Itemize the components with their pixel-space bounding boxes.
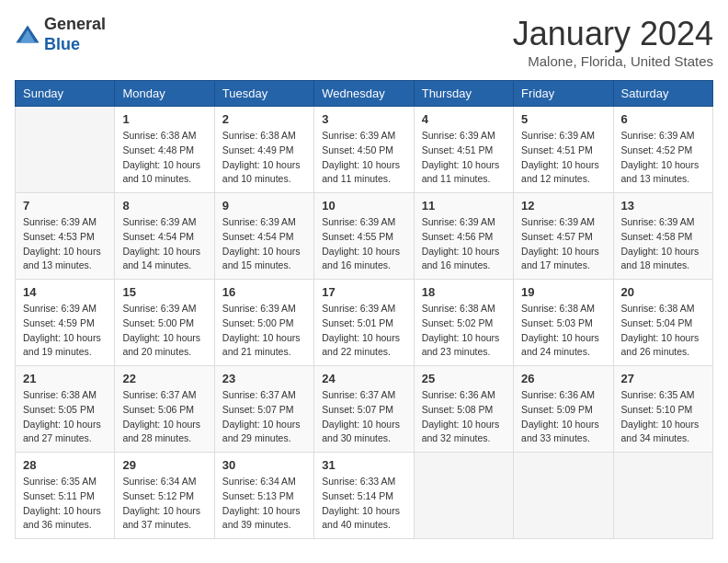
calendar-cell: 24Sunrise: 6:37 AMSunset: 5:07 PMDayligh… [314,366,414,453]
day-info: Sunrise: 6:39 AMSunset: 4:52 PMDaylight:… [621,129,705,187]
day-info: Sunrise: 6:39 AMSunset: 4:59 PMDaylight:… [23,302,107,360]
logo: General Blue [15,15,106,54]
calendar-header-row: SundayMondayTuesdayWednesdayThursdayFrid… [16,81,713,107]
day-info: Sunrise: 6:39 AMSunset: 4:50 PMDaylight:… [322,129,405,187]
day-info: Sunrise: 6:39 AMSunset: 5:01 PMDaylight:… [322,302,405,360]
week-row-4: 21Sunrise: 6:38 AMSunset: 5:05 PMDayligh… [16,366,713,453]
calendar-cell: 6Sunrise: 6:39 AMSunset: 4:52 PMDaylight… [613,107,712,193]
calendar-cell: 3Sunrise: 6:39 AMSunset: 4:50 PMDaylight… [314,107,414,193]
day-number: 25 [422,372,506,385]
day-info: Sunrise: 6:34 AMSunset: 5:12 PMDaylight:… [122,475,206,533]
day-info: Sunrise: 6:39 AMSunset: 4:51 PMDaylight:… [521,129,605,187]
week-row-5: 28Sunrise: 6:35 AMSunset: 5:11 PMDayligh… [16,453,713,539]
calendar-cell [514,453,613,539]
calendar-cell: 4Sunrise: 6:39 AMSunset: 4:51 PMDaylight… [414,107,513,193]
calendar-cell: 31Sunrise: 6:33 AMSunset: 5:14 PMDayligh… [314,453,414,539]
title-block: January 2024 Malone, Florida, United Sta… [513,15,713,69]
day-info: Sunrise: 6:39 AMSunset: 4:54 PMDaylight:… [222,215,306,273]
day-info: Sunrise: 6:39 AMSunset: 4:53 PMDaylight:… [23,215,107,273]
day-info: Sunrise: 6:35 AMSunset: 5:11 PMDaylight:… [23,475,107,533]
logo-general: General [44,15,106,33]
day-number: 4 [422,112,506,126]
calendar-cell: 26Sunrise: 6:36 AMSunset: 5:09 PMDayligh… [514,366,613,453]
day-info: Sunrise: 6:39 AMSunset: 4:57 PMDaylight:… [521,215,605,273]
day-info: Sunrise: 6:38 AMSunset: 5:03 PMDaylight:… [521,302,605,360]
day-number: 20 [621,285,705,299]
calendar-cell: 14Sunrise: 6:39 AMSunset: 4:59 PMDayligh… [16,280,115,366]
day-number: 30 [222,458,306,472]
calendar-cell: 8Sunrise: 6:39 AMSunset: 4:54 PMDaylight… [115,193,214,280]
day-number: 15 [122,285,206,299]
column-header-tuesday: Tuesday [214,81,313,107]
calendar-cell: 17Sunrise: 6:39 AMSunset: 5:01 PMDayligh… [314,280,414,366]
column-header-wednesday: Wednesday [314,81,414,107]
day-info: Sunrise: 6:38 AMSunset: 5:05 PMDaylight:… [23,388,107,446]
calendar-cell: 30Sunrise: 6:34 AMSunset: 5:13 PMDayligh… [214,453,313,539]
day-number: 31 [322,458,405,472]
calendar-cell: 28Sunrise: 6:35 AMSunset: 5:11 PMDayligh… [16,453,115,539]
calendar-cell: 23Sunrise: 6:37 AMSunset: 5:07 PMDayligh… [214,366,313,453]
day-info: Sunrise: 6:38 AMSunset: 5:02 PMDaylight:… [422,302,506,360]
day-info: Sunrise: 6:39 AMSunset: 5:00 PMDaylight:… [222,302,306,360]
day-number: 6 [621,112,705,126]
day-number: 5 [521,112,605,126]
calendar-cell: 22Sunrise: 6:37 AMSunset: 5:06 PMDayligh… [115,366,214,453]
calendar-cell: 18Sunrise: 6:38 AMSunset: 5:02 PMDayligh… [414,280,513,366]
day-number: 28 [23,458,107,472]
logo-blue: Blue [44,35,80,53]
day-info: Sunrise: 6:35 AMSunset: 5:10 PMDaylight:… [621,388,705,446]
calendar-cell: 1Sunrise: 6:38 AMSunset: 4:48 PMDaylight… [115,107,214,193]
calendar-title: January 2024 [513,15,713,53]
calendar-cell: 21Sunrise: 6:38 AMSunset: 5:05 PMDayligh… [16,366,115,453]
day-number: 18 [422,285,506,299]
day-number: 12 [521,199,605,213]
day-number: 11 [422,199,506,213]
day-number: 24 [322,372,405,385]
column-header-sunday: Sunday [16,81,115,107]
calendar-cell: 5Sunrise: 6:39 AMSunset: 4:51 PMDaylight… [514,107,613,193]
day-number: 10 [322,199,405,213]
day-number: 27 [621,372,705,385]
calendar-cell: 9Sunrise: 6:39 AMSunset: 4:54 PMDaylight… [214,193,313,280]
calendar-cell: 19Sunrise: 6:38 AMSunset: 5:03 PMDayligh… [514,280,613,366]
day-number: 21 [23,372,107,385]
day-number: 7 [23,199,107,213]
column-header-friday: Friday [514,81,613,107]
day-number: 2 [222,112,306,126]
day-info: Sunrise: 6:39 AMSunset: 4:56 PMDaylight:… [422,215,506,273]
day-info: Sunrise: 6:36 AMSunset: 5:09 PMDaylight:… [521,388,605,446]
day-number: 9 [222,199,306,213]
day-info: Sunrise: 6:39 AMSunset: 4:58 PMDaylight:… [621,215,705,273]
calendar-table: SundayMondayTuesdayWednesdayThursdayFrid… [15,80,713,539]
week-row-2: 7Sunrise: 6:39 AMSunset: 4:53 PMDaylight… [16,193,713,280]
day-number: 23 [222,372,306,385]
day-number: 13 [621,199,705,213]
calendar-cell: 7Sunrise: 6:39 AMSunset: 4:53 PMDaylight… [16,193,115,280]
day-number: 14 [23,285,107,299]
day-info: Sunrise: 6:39 AMSunset: 4:54 PMDaylight:… [122,215,206,273]
day-number: 1 [122,112,206,126]
day-number: 16 [222,285,306,299]
calendar-subtitle: Malone, Florida, United States [513,53,713,69]
day-info: Sunrise: 6:38 AMSunset: 5:04 PMDaylight:… [621,302,705,360]
week-row-1: 1Sunrise: 6:38 AMSunset: 4:48 PMDaylight… [16,107,713,193]
calendar-cell: 25Sunrise: 6:36 AMSunset: 5:08 PMDayligh… [414,366,513,453]
logo-text: General Blue [44,15,106,54]
day-info: Sunrise: 6:39 AMSunset: 4:51 PMDaylight:… [422,129,506,187]
day-number: 3 [322,112,405,126]
calendar-cell [16,107,115,193]
calendar-cell: 2Sunrise: 6:38 AMSunset: 4:49 PMDaylight… [214,107,313,193]
day-info: Sunrise: 6:33 AMSunset: 5:14 PMDaylight:… [322,475,405,533]
page-header: General Blue January 2024 Malone, Florid… [15,15,713,69]
calendar-cell: 13Sunrise: 6:39 AMSunset: 4:58 PMDayligh… [613,193,712,280]
day-info: Sunrise: 6:38 AMSunset: 4:49 PMDaylight:… [222,129,306,187]
calendar-cell: 10Sunrise: 6:39 AMSunset: 4:55 PMDayligh… [314,193,414,280]
day-info: Sunrise: 6:37 AMSunset: 5:07 PMDaylight:… [322,388,405,446]
day-info: Sunrise: 6:39 AMSunset: 4:55 PMDaylight:… [322,215,405,273]
day-info: Sunrise: 6:37 AMSunset: 5:07 PMDaylight:… [222,388,306,446]
day-number: 26 [521,372,605,385]
column-header-saturday: Saturday [613,81,712,107]
calendar-cell: 15Sunrise: 6:39 AMSunset: 5:00 PMDayligh… [115,280,214,366]
day-number: 29 [122,458,206,472]
day-number: 8 [122,199,206,213]
